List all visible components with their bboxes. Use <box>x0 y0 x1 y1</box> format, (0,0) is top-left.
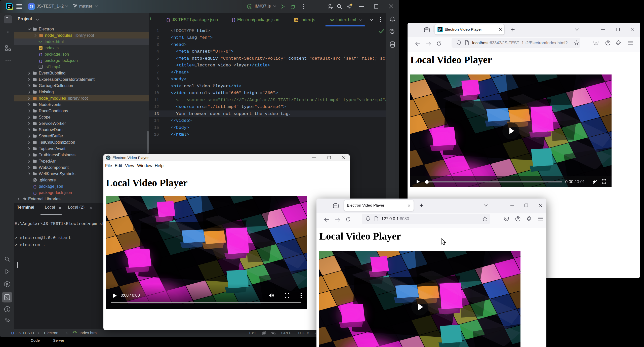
svg-text:WS: WS <box>8 5 11 7</box>
svg-text:?: ? <box>40 65 41 68</box>
svg-text:{}: {} <box>231 18 236 22</box>
svg-text:JS: JS <box>39 47 42 50</box>
svg-text:<>: <> <box>38 40 42 44</box>
svg-text:{}: {} <box>39 53 43 57</box>
svg-text:{}: {} <box>166 18 170 22</box>
svg-text:WS: WS <box>438 28 441 30</box>
svg-text:JS: JS <box>249 6 251 8</box>
svg-text:{}: {} <box>33 185 37 189</box>
svg-text:{}: {} <box>33 191 37 195</box>
svg-text:JS: JS <box>295 19 298 21</box>
svg-text:{}: {} <box>39 59 43 63</box>
svg-text:<>: <> <box>330 18 334 22</box>
